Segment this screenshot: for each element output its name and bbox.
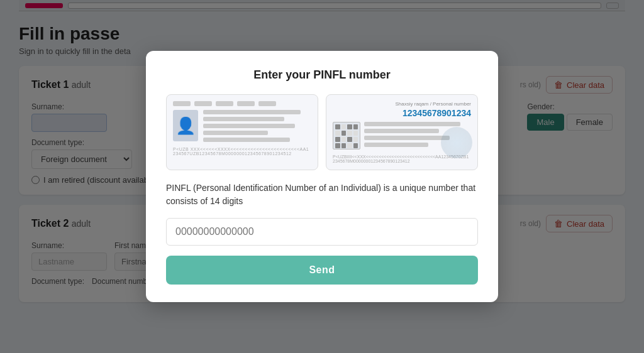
card-dot-5: [258, 101, 276, 106]
modal-overlay: Enter your PINFL number 👤: [0, 0, 644, 353]
pinfl-input-wrapper[interactable]: [166, 218, 478, 246]
pinfl-description: PINFL (Personal Identification Number of…: [166, 182, 478, 208]
card-dot-2: [194, 101, 212, 106]
card-mrz-front: P<UZB XXX<<<<<<XXXX<<<<<<<<<<<<<<<<<<<<<…: [173, 147, 311, 156]
card-back-number: 12345678901234: [333, 108, 471, 118]
back-line-2: [364, 129, 439, 133]
modal-title: Enter your PINFL number: [166, 68, 478, 82]
card-line-1: [203, 110, 301, 114]
back-line-1: [364, 122, 460, 126]
qr-code: [333, 122, 360, 149]
card-line-2: [203, 117, 284, 121]
person-icon: 👤: [175, 116, 196, 136]
back-line-4: [364, 143, 428, 147]
card-line-3: [203, 124, 295, 128]
card-line-5: [203, 138, 290, 142]
card-line-4: [203, 131, 268, 135]
id-card-back: Shaxsiy raqam / Personal number 12345678…: [326, 94, 478, 170]
pinfl-input[interactable]: [175, 226, 469, 237]
card-back-header: Shaxsiy raqam / Personal number: [333, 101, 471, 107]
send-button[interactable]: Send: [166, 256, 478, 285]
card-dot-4: [237, 101, 255, 106]
card-images: 👤 P<UZB XXX<<<<<<XXXX<<<<<<<<<<<<<<<<<<<…: [166, 94, 478, 170]
back-line-3: [364, 136, 450, 140]
card-avatar: 👤: [173, 110, 198, 141]
pinfl-modal: Enter your PINFL number 👤: [146, 51, 498, 302]
card-dot-1: [173, 101, 191, 106]
watermark: [441, 127, 472, 158]
card-dot-3: [216, 101, 233, 106]
id-card-front: 👤 P<UZB XXX<<<<<<XXXX<<<<<<<<<<<<<<<<<<<…: [166, 94, 318, 170]
